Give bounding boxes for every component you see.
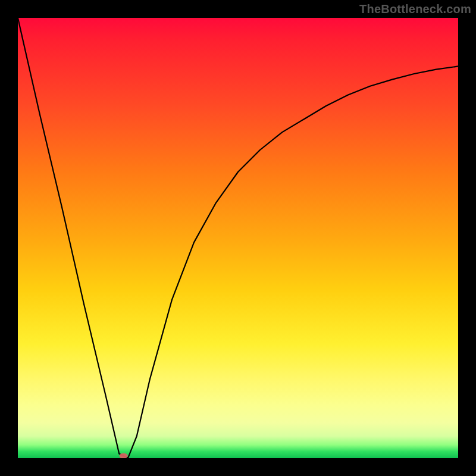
plot-area: [18, 18, 458, 458]
watermark-text: TheBottleneck.com: [359, 2, 471, 16]
curve-layer: [18, 18, 458, 458]
bottleneck-curve: [18, 18, 458, 458]
chart-frame: TheBottleneck.com: [0, 0, 476, 476]
